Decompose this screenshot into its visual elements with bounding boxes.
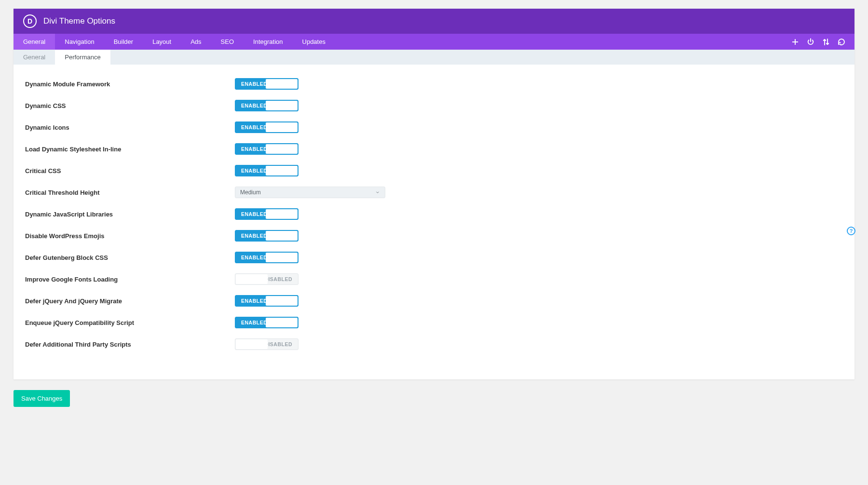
field-row: Dynamic JavaScript LibrariesENABLED [25, 208, 843, 220]
field-label: Defer Gutenberg Block CSS [25, 254, 235, 261]
field-label: Dynamic Module Framework [25, 81, 235, 88]
main-tabs-right [791, 38, 854, 46]
main-tab-updates[interactable]: Updates [293, 34, 335, 50]
field-label: Dynamic JavaScript Libraries [25, 211, 235, 218]
field-row: Critical CSSENABLED [25, 165, 843, 176]
help-icon[interactable]: ? [847, 227, 855, 235]
toggle-switch[interactable]: DISABLED [235, 273, 298, 285]
settings-content: Dynamic Module FrameworkENABLEDDynamic C… [14, 65, 854, 379]
main-tab-integration[interactable]: Integration [244, 34, 292, 50]
field-row: Dynamic Module FrameworkENABLED [25, 78, 843, 90]
add-icon[interactable] [791, 38, 800, 46]
sub-tab-label: Performance [65, 54, 100, 61]
sort-arrows-icon[interactable] [822, 38, 830, 46]
help-icon-label: ? [850, 228, 853, 234]
field-row: Critical Threshold HeightMedium [25, 187, 843, 198]
toggle-switch[interactable]: ENABLED [235, 78, 298, 90]
main-tab-label: General [23, 38, 45, 45]
toggle-handle [236, 339, 268, 349]
main-tab-label: Builder [114, 38, 133, 45]
main-tab-seo[interactable]: SEO [211, 34, 244, 50]
main-tab-layout[interactable]: Layout [143, 34, 181, 50]
page-title: Divi Theme Options [43, 16, 115, 26]
field-row: Dynamic CSSENABLED [25, 100, 843, 111]
field-label: Defer Additional Third Party Scripts [25, 341, 235, 348]
toggle-switch[interactable]: ENABLED [235, 165, 298, 176]
main-tab-builder[interactable]: Builder [104, 34, 143, 50]
field-label: Dynamic Icons [25, 124, 235, 131]
toggle-switch[interactable]: ENABLED [235, 100, 298, 111]
logo-letter: D [27, 17, 32, 25]
field-label: Improve Google Fonts Loading [25, 276, 235, 283]
main-tab-navigation[interactable]: Navigation [55, 34, 104, 50]
sub-tab-label: General [23, 54, 45, 61]
header-bar: D Divi Theme Options [14, 9, 854, 34]
main-tabs: GeneralNavigationBuilderLayoutAdsSEOInte… [14, 34, 854, 50]
main-tabs-left: GeneralNavigationBuilderLayoutAdsSEOInte… [14, 34, 335, 50]
field-label: Disable WordPress Emojis [25, 232, 235, 240]
toggle-switch[interactable]: ENABLED [235, 317, 298, 328]
main-tab-label: Navigation [65, 38, 94, 45]
toggle-handle [236, 274, 268, 284]
divi-logo-icon: D [23, 14, 37, 28]
sub-tab-performance[interactable]: Performance [55, 50, 110, 65]
field-row: Disable WordPress EmojisENABLED [25, 230, 843, 242]
toggle-switch[interactable]: ENABLED [235, 252, 298, 263]
toggle-handle [266, 318, 298, 327]
field-row: Improve Google Fonts LoadingDISABLED [25, 273, 843, 285]
main-tab-label: SEO [221, 38, 234, 45]
select-value: Medium [240, 189, 261, 196]
main-tab-general[interactable]: General [14, 34, 55, 50]
toggle-handle [266, 79, 298, 89]
field-label: Load Dynamic Stylesheet In-line [25, 146, 235, 153]
toggle-handle [266, 253, 298, 262]
main-tab-label: Integration [253, 38, 283, 45]
field-row: Load Dynamic Stylesheet In-lineENABLED [25, 143, 843, 155]
chevron-down-icon [375, 190, 380, 195]
main-tab-label: Layout [152, 38, 171, 45]
save-button[interactable]: Save Changes [14, 390, 70, 407]
field-label: Dynamic CSS [25, 102, 235, 109]
main-tab-label: Ads [190, 38, 201, 45]
field-row: Defer jQuery And jQuery MigrateENABLED [25, 295, 843, 307]
field-row: Enqueue jQuery Compatibility ScriptENABL… [25, 317, 843, 328]
toggle-switch[interactable]: ENABLED [235, 121, 298, 133]
select-dropdown[interactable]: Medium [235, 187, 385, 198]
sub-tabs: GeneralPerformance [14, 50, 854, 65]
toggle-switch[interactable]: ENABLED [235, 143, 298, 155]
toggle-switch[interactable]: ENABLED [235, 208, 298, 220]
field-label: Critical CSS [25, 167, 235, 175]
sub-tab-general[interactable]: General [14, 50, 55, 65]
reset-icon[interactable] [837, 38, 846, 46]
options-panel: D Divi Theme Options GeneralNavigationBu… [14, 9, 854, 379]
toggle-handle [266, 209, 298, 219]
field-label: Defer jQuery And jQuery Migrate [25, 297, 235, 305]
toggle-handle [266, 144, 298, 154]
field-label: Critical Threshold Height [25, 189, 235, 196]
toggle-handle [266, 101, 298, 110]
toggle-handle [266, 296, 298, 306]
toggle-switch[interactable]: ENABLED [235, 230, 298, 242]
toggle-handle [266, 122, 298, 132]
power-icon[interactable] [806, 38, 815, 46]
toggle-switch[interactable]: ENABLED [235, 295, 298, 307]
field-label: Enqueue jQuery Compatibility Script [25, 319, 235, 326]
field-row: Defer Additional Third Party ScriptsDISA… [25, 338, 843, 350]
main-tab-ads[interactable]: Ads [181, 34, 211, 50]
toggle-handle [266, 231, 298, 241]
field-row: Dynamic IconsENABLED [25, 121, 843, 133]
field-row: Defer Gutenberg Block CSSENABLED [25, 252, 843, 263]
main-tab-label: Updates [302, 38, 326, 45]
toggle-switch[interactable]: DISABLED [235, 338, 298, 350]
toggle-handle [266, 166, 298, 175]
